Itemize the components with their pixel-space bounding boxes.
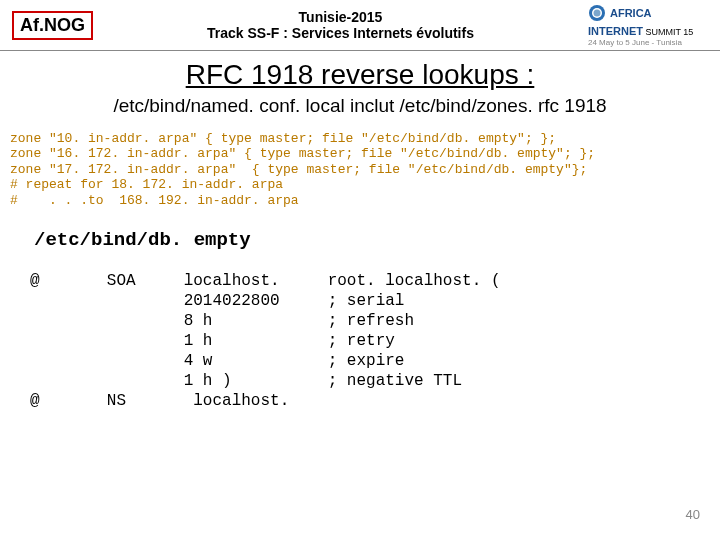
zone-config-block: zone "10. in-addr. arpa" { type master; … [10, 131, 710, 209]
slide-header: Af.NOG Tunisie-2015 Track SS-F : Service… [0, 0, 720, 51]
summit-logo: AFRICA INTERNET SUMMIT 15 24 May to 5 Ju… [588, 4, 708, 48]
page-number: 40 [686, 507, 700, 522]
globe-icon [588, 4, 606, 25]
header-center: Tunisie-2015 Track SS-F : Services Inter… [93, 10, 588, 41]
svg-point-2 [594, 10, 601, 17]
summit-sub: 24 May to 5 June - Tunisia [588, 38, 682, 47]
summit-small: SUMMIT 15 [646, 27, 694, 37]
slide-title: RFC 1918 reverse lookups : [0, 59, 720, 91]
slide-subtitle: /etc/bind/named. conf. local inclut /etc… [0, 95, 720, 117]
db-empty-filename: /etc/bind/db. empty [34, 229, 720, 251]
db-empty-contents: @ SOA localhost. root. localhost. ( 2014… [30, 271, 720, 411]
header-line2: Track SS-F : Services Internets évolutif… [93, 26, 588, 41]
afnog-logo: Af.NOG [12, 11, 93, 40]
header-line1: Tunisie-2015 [93, 10, 588, 25]
summit-mid: INTERNET [588, 25, 643, 37]
summit-big: AFRICA [610, 7, 652, 19]
